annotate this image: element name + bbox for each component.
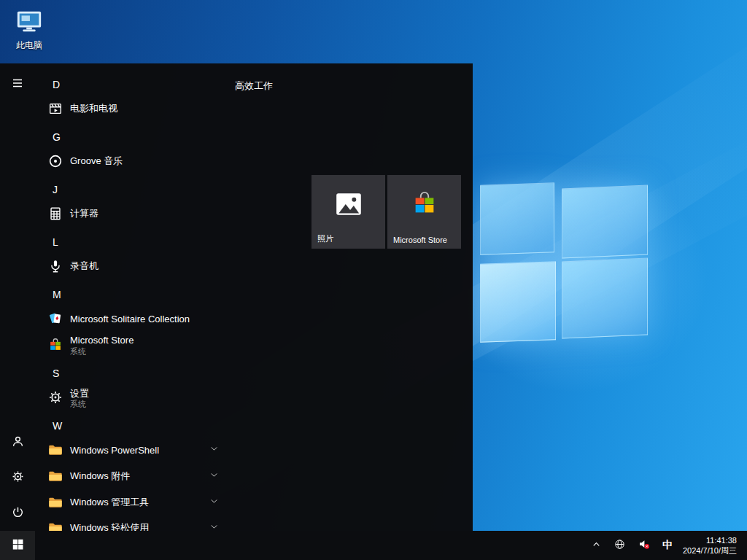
photos-icon [333, 189, 364, 222]
section-header-g[interactable]: G [35, 124, 306, 150]
tile-photos[interactable]: 照片 [311, 175, 385, 249]
folder-icon [47, 494, 64, 511]
app-label: 计算器 [70, 207, 98, 220]
app-sublabel: 系统 [70, 399, 86, 410]
section-letter: M [53, 289, 61, 300]
app-label: Windows 管理工具 [70, 496, 149, 509]
app-item-calculator[interactable]: 计算器 [35, 201, 306, 227]
folder-item-windows-powershell[interactable]: Windows PowerShell [35, 437, 306, 463]
app-label: Windows 轻松使用 [70, 521, 149, 531]
app-item-voice-recorder[interactable]: 录音机 [35, 253, 306, 279]
expand-menu-button[interactable] [0, 69, 35, 101]
desktop-icon-this-pc[interactable]: 此电脑 [6, 7, 53, 52]
clock-time: 11:41:38 [683, 535, 737, 545]
start-menu: D 电影和电视 G [0, 63, 473, 531]
app-label: Windows 附件 [70, 470, 130, 483]
user-icon [11, 435, 25, 451]
app-list: D 电影和电视 G [35, 63, 306, 531]
movies-tv-icon [47, 100, 64, 117]
tile-microsoft-store[interactable]: Microsoft Store [387, 175, 461, 249]
solitaire-icon [47, 310, 64, 327]
system-tray: 中 11:41:38 2024/7/10/周三 [589, 531, 740, 560]
network-button[interactable] [612, 531, 627, 560]
volume-button[interactable] [636, 531, 652, 560]
app-label: Windows PowerShell [70, 445, 159, 456]
store-icon [47, 336, 64, 354]
desktop: 此电脑 [0, 0, 747, 560]
chevron-down-icon[interactable] [209, 443, 220, 457]
windows-logo-pane [480, 182, 554, 255]
section-header-j[interactable]: J [35, 176, 306, 203]
calculator-icon [47, 205, 64, 222]
windows-logo-pane [562, 257, 648, 338]
ime-indicator[interactable]: 中 [661, 531, 674, 560]
folder-item-windows-admin-tools[interactable]: Windows 管理工具 [35, 489, 306, 516]
tile-grid: 照片 Microsoft Store [311, 175, 461, 249]
volume-muted-icon [638, 537, 651, 553]
folder-item-windows-ease-of-access[interactable]: Windows 轻松使用 [35, 515, 306, 531]
app-label: 电影和电视 [70, 102, 117, 115]
app-label: Groove 音乐 [70, 155, 123, 168]
folder-icon [47, 519, 64, 531]
chevron-up-icon [591, 539, 602, 553]
settings-gear-icon [47, 389, 64, 406]
voice-recorder-icon [47, 257, 64, 275]
section-letter: W [53, 420, 62, 432]
gear-icon [11, 470, 25, 486]
start-menu-rail [0, 63, 35, 531]
this-pc-icon [15, 25, 43, 37]
clock-date: 2024/7/10/周三 [683, 545, 737, 556]
app-item-settings[interactable]: 设置 系统 [35, 383, 306, 412]
app-sublabel: 系统 [70, 346, 86, 357]
windows-logo-wallpaper [473, 175, 662, 350]
folder-icon [47, 441, 64, 459]
tile-label: Microsoft Store [393, 236, 447, 244]
app-item-solitaire[interactable]: Microsoft Solitaire Collection [35, 306, 306, 332]
groove-music-icon [47, 152, 64, 170]
taskbar: 中 11:41:38 2024/7/10/周三 [0, 531, 747, 560]
section-header-m[interactable]: M [35, 281, 306, 308]
folder-item-windows-accessories[interactable]: Windows 附件 [35, 463, 306, 489]
tray-overflow-button[interactable] [589, 531, 603, 560]
section-header-l[interactable]: L [35, 229, 306, 255]
section-letter: D [53, 79, 60, 90]
app-label: Microsoft Store [70, 335, 133, 346]
network-globe-icon [614, 538, 626, 553]
app-label: 录音机 [70, 260, 98, 273]
windows-logo-pane [480, 261, 556, 343]
tile-group-label[interactable]: 高效工作 [235, 79, 273, 93]
store-icon [411, 190, 438, 221]
start-button[interactable] [0, 531, 35, 560]
user-account-button[interactable] [0, 427, 35, 459]
tile-label: 照片 [317, 233, 333, 244]
windows-logo-pane [562, 184, 648, 258]
folder-icon [47, 467, 64, 485]
app-label: Microsoft Solitaire Collection [70, 314, 190, 324]
taskbar-clock[interactable]: 11:41:38 2024/7/10/周三 [683, 535, 740, 556]
chevron-down-icon[interactable] [209, 470, 220, 483]
power-icon [11, 505, 25, 522]
app-item-movies-tv[interactable]: 电影和电视 [35, 96, 306, 122]
app-item-microsoft-store[interactable]: Microsoft Store 系统 [35, 330, 306, 359]
section-letter: G [53, 131, 61, 143]
this-pc-label: 此电脑 [6, 39, 53, 52]
chevron-down-icon[interactable] [209, 521, 220, 532]
chevron-down-icon[interactable] [209, 496, 220, 510]
section-letter: S [53, 368, 59, 379]
settings-button[interactable] [0, 462, 35, 494]
power-button[interactable] [0, 497, 35, 529]
section-letter: L [53, 236, 58, 248]
app-item-groove-music[interactable]: Groove 音乐 [35, 148, 306, 174]
hamburger-icon [11, 77, 24, 93]
windows-logo-icon [12, 538, 24, 553]
section-letter: J [53, 184, 58, 195]
section-header-w[interactable]: W [35, 413, 306, 439]
